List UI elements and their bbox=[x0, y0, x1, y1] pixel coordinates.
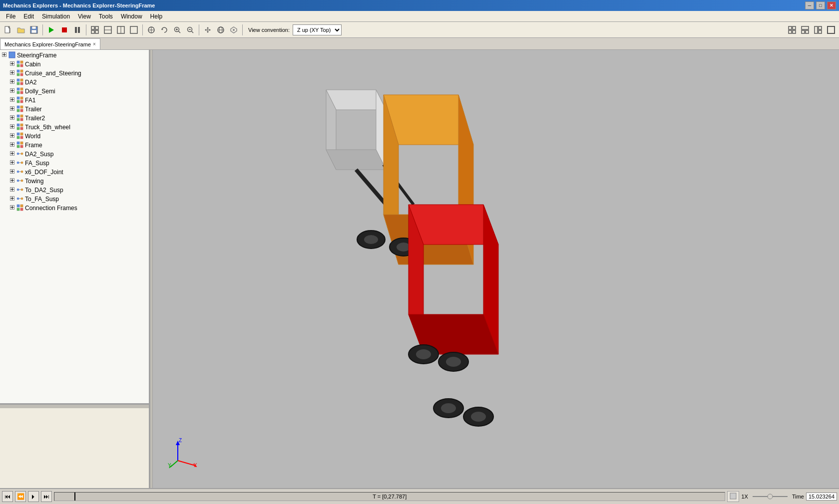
tree-expand-dolly_semi[interactable] bbox=[8, 87, 16, 95]
tree-item-towing[interactable]: Towing bbox=[0, 177, 149, 186]
menu-tools[interactable]: Tools bbox=[95, 12, 117, 21]
svg-rect-35 bbox=[789, 26, 792, 29]
menu-view[interactable]: View bbox=[74, 12, 95, 21]
toolbar-sep-4 bbox=[199, 24, 199, 35]
tree-item-cabin[interactable]: Cabin bbox=[0, 60, 149, 69]
menu-window[interactable]: Window bbox=[117, 12, 146, 21]
svg-rect-68 bbox=[20, 79, 23, 81]
svg-line-29 bbox=[192, 31, 194, 33]
timeline-end-input[interactable] bbox=[727, 491, 739, 502]
tb-btn1[interactable] bbox=[89, 24, 101, 36]
tree-item-to_da2susp[interactable]: To_DA2_Susp bbox=[0, 186, 149, 195]
tb-grid-view3[interactable] bbox=[812, 24, 824, 36]
timeline-track[interactable]: T = [0,27.787] bbox=[54, 492, 725, 501]
playback-end[interactable]: ⏭ bbox=[41, 491, 52, 502]
tree-item-trailer2[interactable]: Trailer2 bbox=[0, 114, 149, 123]
tree-expand-da2[interactable] bbox=[8, 78, 16, 86]
playback-play[interactable]: ⏵ bbox=[28, 491, 39, 502]
minimize-button[interactable]: ─ bbox=[805, 1, 814, 9]
menu-simulation[interactable]: Simulation bbox=[38, 12, 74, 21]
run-button[interactable] bbox=[45, 24, 57, 36]
maximize-button[interactable]: □ bbox=[816, 1, 825, 9]
tree-item-steeringframe[interactable]: SteeringFrame bbox=[0, 51, 149, 60]
tree-item-truck_5thwheel[interactable]: Truck_5th_wheel bbox=[0, 123, 149, 132]
speed-slider[interactable] bbox=[750, 492, 790, 501]
svg-point-153 bbox=[17, 198, 19, 200]
tree-item-fasusp[interactable]: FA_Susp bbox=[0, 159, 149, 168]
svg-rect-12 bbox=[91, 30, 94, 33]
tree-label-x6dof_joint: x6_DOF_Joint bbox=[25, 169, 63, 176]
tab-close-button[interactable]: × bbox=[93, 41, 96, 47]
panel-resize-handle[interactable] bbox=[0, 404, 149, 408]
tree-expand-trailer[interactable] bbox=[8, 105, 16, 113]
save-button[interactable] bbox=[28, 24, 40, 36]
tree-expand-cruise_steering[interactable] bbox=[8, 69, 16, 77]
tree-item-cruise_steering[interactable]: Cruise_and_Steering bbox=[0, 69, 149, 78]
tree-expand-frame[interactable] bbox=[8, 141, 16, 149]
tb-zoom-out[interactable] bbox=[184, 24, 196, 36]
tree-expand-trailer2[interactable] bbox=[8, 114, 16, 122]
tab-steering-frame[interactable]: Mechanics Explorer-SteeringFrame × bbox=[0, 38, 100, 49]
svg-rect-40 bbox=[802, 30, 805, 33]
new-button[interactable] bbox=[2, 24, 14, 36]
svg-rect-49 bbox=[9, 52, 15, 58]
tree-item-da2[interactable]: DA2 bbox=[0, 78, 149, 87]
speed-label: 1X bbox=[741, 494, 748, 500]
lower-panel bbox=[0, 408, 149, 488]
svg-rect-54 bbox=[20, 61, 23, 63]
playback-begin[interactable]: ⏮ bbox=[2, 491, 13, 502]
svg-point-189 bbox=[471, 412, 486, 422]
view-convention-select[interactable]: Z up (XY Top) bbox=[293, 24, 342, 35]
tb-btn4[interactable] bbox=[128, 24, 140, 36]
open-button[interactable] bbox=[15, 24, 27, 36]
tree-item-trailer[interactable]: Trailer bbox=[0, 105, 149, 114]
tree-expand-steeringframe[interactable] bbox=[0, 51, 8, 59]
pause-button[interactable] bbox=[71, 24, 83, 36]
menu-edit[interactable]: Edit bbox=[19, 12, 38, 21]
tb-globe[interactable] bbox=[215, 24, 227, 36]
tree-expand-to_da2susp[interactable] bbox=[8, 186, 16, 194]
svg-rect-90 bbox=[17, 109, 19, 112]
tb-btn2[interactable] bbox=[102, 24, 114, 36]
tb-grid-view1[interactable] bbox=[786, 24, 798, 36]
tree-expand-x6dof_joint[interactable] bbox=[8, 168, 16, 176]
tree-icon-truck_5thwheel bbox=[16, 123, 24, 131]
close-button[interactable]: ✕ bbox=[827, 1, 836, 9]
menu-help[interactable]: Help bbox=[146, 12, 167, 21]
tb-extras[interactable] bbox=[228, 24, 240, 36]
tree-expand-fasusp[interactable] bbox=[8, 159, 16, 167]
stop-button[interactable] bbox=[58, 24, 70, 36]
tree-expand-cabin[interactable] bbox=[8, 60, 16, 68]
tree-expand-towing[interactable] bbox=[8, 177, 16, 185]
tree-icon-x6dof_joint bbox=[16, 168, 24, 176]
tree-item-connection_frames[interactable]: Connection Frames bbox=[0, 204, 149, 213]
tb-grid-view2[interactable] bbox=[799, 24, 811, 36]
3d-viewport[interactable]: Z X Y bbox=[153, 50, 839, 488]
tree-item-world[interactable]: World bbox=[0, 132, 149, 141]
tree-item-x6dof_joint[interactable]: x6_DOF_Joint bbox=[0, 168, 149, 177]
tb-btn3[interactable] bbox=[115, 24, 127, 36]
menu-file[interactable]: File bbox=[2, 12, 19, 21]
tree-expand-world[interactable] bbox=[8, 132, 16, 140]
tree-expand-connection_frames[interactable] bbox=[8, 204, 16, 212]
playback-back[interactable]: ⏪ bbox=[15, 491, 26, 502]
tree-expand-da2susp[interactable] bbox=[8, 150, 16, 158]
tree-expand-truck_5thwheel[interactable] bbox=[8, 123, 16, 131]
tree-item-dolly_semi[interactable]: Dolly_Semi bbox=[0, 87, 149, 96]
svg-rect-97 bbox=[17, 118, 19, 121]
tree-item-to_fasusp[interactable]: To_FA_Susp bbox=[0, 195, 149, 204]
tree-icon-to_fasusp bbox=[16, 195, 24, 203]
svg-rect-60 bbox=[17, 70, 19, 72]
tb-grid-view4[interactable] bbox=[825, 24, 837, 36]
tb-scene[interactable] bbox=[145, 24, 157, 36]
tree-expand-fa1[interactable] bbox=[8, 96, 16, 104]
toolbar-sep-5 bbox=[242, 24, 243, 35]
tree-item-da2susp[interactable]: DA2_Susp bbox=[0, 150, 149, 159]
tree-item-fa1[interactable]: FA1 bbox=[0, 96, 149, 105]
tb-zoom-in[interactable] bbox=[171, 24, 183, 36]
tb-rotate[interactable] bbox=[158, 24, 170, 36]
svg-rect-161 bbox=[17, 208, 19, 211]
tree-item-frame[interactable]: Frame bbox=[0, 141, 149, 150]
tb-pan[interactable] bbox=[202, 24, 214, 36]
tree-expand-to_fasusp[interactable] bbox=[8, 195, 16, 203]
